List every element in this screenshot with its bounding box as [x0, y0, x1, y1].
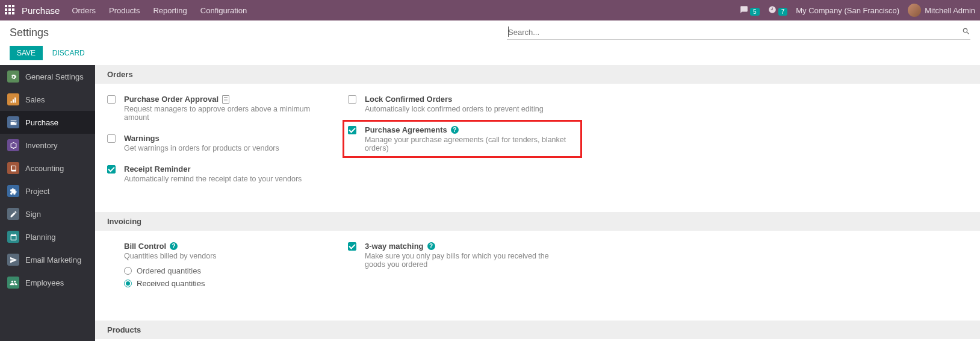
wallet-icon	[10, 119, 17, 127]
label-bill-control: Bill Control	[124, 242, 166, 251]
checkbox-po-approval[interactable]	[107, 95, 116, 104]
sidebar-item-label: Email Marketing	[25, 255, 81, 264]
search-icon[interactable]	[962, 27, 970, 36]
section-header-orders: Orders	[95, 65, 980, 84]
sidebar-item-label: Project	[25, 187, 49, 196]
menu-reporting[interactable]: Reporting	[153, 6, 187, 15]
sidebar-item-employees[interactable]: Employees	[0, 271, 95, 294]
sidebar-item-label: Sign	[25, 210, 41, 219]
checkbox-warnings[interactable]	[107, 134, 116, 143]
section-header-invoicing: Invoicing	[95, 212, 980, 231]
sidebar-item-label: Sales	[25, 95, 45, 104]
desc-receipt-reminder: Automatically remind the receipt date to…	[124, 175, 302, 183]
search-input[interactable]	[507, 25, 970, 39]
label-3way-matching: 3-way matching	[365, 242, 424, 251]
clock-icon	[768, 5, 777, 14]
app-name: Purchase	[22, 5, 60, 16]
menu-configuration[interactable]: Configuration	[200, 6, 247, 15]
desc-purchase-agreements: Manage your purchase agreements (call fo…	[365, 136, 572, 152]
desc-3way-matching: Make sure you only pay bills for which y…	[365, 252, 563, 269]
top-menu: Orders Products Reporting Configuration	[72, 6, 247, 15]
desc-warnings: Get warnings in orders for products or v…	[124, 144, 279, 152]
label-warnings: Warnings	[124, 134, 160, 143]
activities-indicator[interactable]: 7	[768, 5, 788, 16]
settings-content: Orders Purchase Order Approval Request m…	[95, 65, 980, 341]
radio-ordered-quantities[interactable]: Ordered quantities	[124, 266, 217, 275]
book-icon	[10, 164, 17, 172]
messages-count-badge: 5	[750, 8, 760, 16]
page-title: Settings	[10, 27, 49, 39]
desc-lock-orders: Automatically lock confirmed orders to p…	[365, 105, 544, 113]
help-icon[interactable]: ?	[451, 126, 459, 134]
paper-plane-icon	[10, 256, 17, 264]
sidebar-item-label: General Settings	[25, 72, 84, 81]
chart-icon	[10, 96, 17, 104]
calendar-icon	[10, 233, 17, 241]
menu-orders[interactable]: Orders	[72, 6, 96, 15]
checkbox-receipt-reminder[interactable]	[107, 165, 116, 174]
checkbox-3way-matching[interactable]	[348, 242, 356, 251]
save-button[interactable]: SAVE	[10, 46, 43, 60]
activities-count-badge: 7	[778, 8, 788, 16]
settings-sidebar: General Settings Sales Purchase Inventor…	[0, 65, 95, 341]
apps-launcher-icon[interactable]	[5, 5, 16, 16]
discard-button[interactable]: DISCARD	[45, 46, 92, 60]
user-name: Mitchell Admin	[925, 6, 975, 15]
label-purchase-agreements: Purchase Agreements	[365, 125, 447, 134]
radio-received-quantities[interactable]: Received quantities	[124, 279, 217, 288]
sidebar-item-label: Accounting	[25, 164, 64, 173]
desc-po-approval: Request managers to approve orders above…	[124, 105, 336, 122]
company-selector[interactable]: My Company (San Francisco)	[796, 6, 899, 15]
help-icon[interactable]: ?	[427, 242, 435, 250]
users-icon	[10, 279, 17, 287]
sidebar-item-label: Planning	[25, 233, 56, 242]
menu-products[interactable]: Products	[109, 6, 140, 15]
top-navbar: Purchase Orders Products Reporting Confi…	[0, 0, 980, 20]
sidebar-item-label: Employees	[25, 278, 64, 287]
label-po-approval: Purchase Order Approval	[124, 95, 219, 104]
document-icon	[222, 95, 229, 104]
label-receipt-reminder: Receipt Reminder	[124, 164, 191, 174]
search-container	[507, 25, 970, 40]
checkbox-purchase-agreements[interactable]	[348, 126, 356, 134]
sidebar-item-planning[interactable]: Planning	[0, 225, 95, 248]
section-header-products: Products	[95, 321, 980, 339]
sidebar-item-email-marketing[interactable]: Email Marketing	[0, 248, 95, 271]
sidebar-item-project[interactable]: Project	[0, 180, 95, 202]
label-lock-orders: Lock Confirmed Orders	[365, 95, 452, 104]
sidebar-item-purchase[interactable]: Purchase	[0, 111, 95, 134]
chat-icon	[740, 5, 748, 14]
avatar	[908, 4, 921, 17]
sidebar-item-label: Inventory	[25, 141, 57, 150]
checkbox-lock-orders[interactable]	[348, 95, 356, 104]
highlighted-setting: Purchase Agreements? Manage your purchas…	[348, 125, 577, 152]
pen-icon	[10, 210, 17, 218]
help-icon[interactable]: ?	[170, 242, 178, 250]
puzzle-icon	[10, 187, 17, 195]
sidebar-item-label: Purchase	[25, 118, 58, 127]
sidebar-item-sign[interactable]: Sign	[0, 202, 95, 225]
gear-icon	[10, 73, 17, 81]
sidebar-item-general-settings[interactable]: General Settings	[0, 65, 95, 88]
control-panel: Settings SAVE DISCARD	[0, 20, 980, 65]
messages-indicator[interactable]: 5	[740, 5, 760, 16]
sidebar-item-inventory[interactable]: Inventory	[0, 134, 95, 157]
desc-bill-control: Quantities billed by vendors	[124, 252, 217, 260]
box-icon	[10, 142, 17, 149]
sidebar-item-accounting[interactable]: Accounting	[0, 157, 95, 180]
sidebar-item-sales[interactable]: Sales	[0, 88, 95, 111]
user-menu[interactable]: Mitchell Admin	[908, 4, 975, 17]
